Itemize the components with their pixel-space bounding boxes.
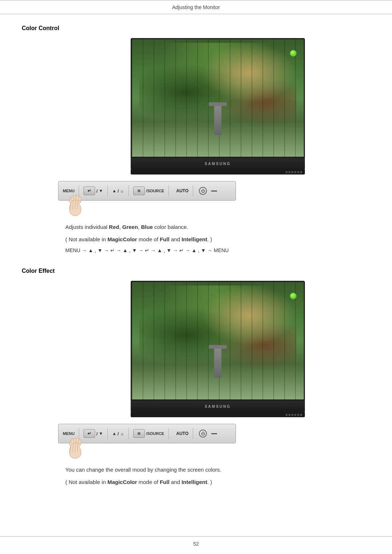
content-area: Color Control SAMSUNG (0, 25, 392, 523)
svg-point-4 (78, 197, 81, 201)
separator-9 (168, 428, 169, 439)
ctrl-dot (297, 171, 299, 173)
menu-path-1: MENU → ▲ , ▼ → ↵ → ▲ , ▼ → ↵ → ▲ , ▼ → ↵… (65, 247, 370, 253)
color-control-section: Color Control SAMSUNG (22, 25, 370, 253)
page-number: 52 (193, 541, 199, 547)
slash-4: / (118, 431, 119, 436)
up-arrow-1: ▲ (112, 188, 117, 193)
down-arrow-2: ▼ (99, 431, 103, 436)
color-effect-desc: You can change the overall mood by chang… (65, 465, 370, 487)
separator-3 (128, 185, 129, 196)
ctrl-dot (294, 171, 296, 173)
color-control-desc: Adjusts individual Red, Green, Blue colo… (65, 222, 370, 253)
color-control-desc-1: Adjusts individual Red, Green, Blue colo… (65, 222, 370, 232)
source-button-1: ⊟ /SOURCE (133, 186, 164, 195)
monitor-controls-1 (131, 169, 305, 175)
color-control-desc-2: ( Not available in MagicColor mode of Fu… (65, 235, 370, 244)
scene-background-1 (132, 39, 304, 157)
menu-label-2: MENU (63, 431, 74, 436)
separator-7 (107, 428, 108, 439)
ctrl-dot (294, 414, 296, 416)
source-label-1: /SOURCE (146, 189, 164, 193)
button-bar-container-2: MENU ↵ / ▼ ▲ / ☼ ⊟ /SOURCE (58, 424, 240, 443)
up-brightness-button-1: ▲ / ☼ (112, 188, 124, 194)
ctrl-dot (286, 171, 287, 173)
ctrl-dot (297, 414, 299, 416)
ctrl-dot (291, 171, 293, 173)
color-control-title: Color Control (22, 25, 370, 32)
return-down-button-1: ↵ / ▼ (83, 186, 103, 195)
sun-icon-1: ☼ (120, 188, 124, 194)
menu-button-2: MENU (63, 431, 74, 436)
ctrl-dot (291, 414, 293, 416)
separator-4 (168, 185, 169, 196)
menu-label-1: MENU (63, 189, 74, 193)
slash-3: / (96, 431, 98, 436)
ctrl-dot (300, 414, 302, 416)
monitor-base-1: SAMSUNG (131, 158, 305, 169)
source-box-1: ⊟ (133, 186, 145, 195)
minus-button-2[interactable] (211, 433, 217, 434)
monitor-screen-1 (131, 38, 305, 158)
button-bar-container-1: MENU ↵ / ▼ ▲ / ☼ ⊟ /SOURCE (58, 181, 240, 201)
color-effect-desc-2: ( Not available in MagicColor mode of Fu… (65, 477, 370, 487)
ctrl-dot (286, 414, 287, 416)
monitor-image-1: SAMSUNG (65, 38, 370, 175)
up-brightness-button-2: ▲ / ☼ (112, 431, 124, 436)
return-down-button-2: ↵ / ▼ (83, 429, 103, 438)
pagoda-1 (214, 106, 221, 135)
ctrl-dot (300, 171, 302, 173)
monitor-controls-2 (131, 412, 305, 417)
source-button-2: ⊟ /SOURCE (133, 429, 164, 438)
monitor-screen-2 (131, 281, 305, 401)
auto-label-1: AUTO (176, 188, 188, 193)
slash-1: / (96, 188, 98, 194)
power-button-1[interactable]: ⏻ (199, 187, 207, 195)
sun-icon-2: ☼ (120, 431, 124, 436)
color-effect-desc-1: You can change the overall mood by chang… (65, 465, 370, 475)
ctrl-dot (289, 414, 290, 416)
scene-trees-1 (132, 39, 304, 157)
auto-label-2: AUTO (176, 431, 188, 436)
separator-8 (128, 428, 129, 439)
ctrl-dot (289, 171, 290, 173)
scene-background-2 (132, 282, 304, 399)
menu-button-1: MENU (63, 189, 74, 193)
source-label-2: /SOURCE (146, 431, 164, 436)
return-box-2: ↵ (83, 429, 95, 438)
green-ball-1 (290, 50, 297, 57)
source-box-2: ⊟ (133, 429, 145, 438)
color-effect-section: Color Effect SAMSUNG (22, 268, 370, 487)
hand-icon-2 (65, 436, 85, 458)
green-ball-2 (290, 293, 297, 299)
hand-icon-1 (65, 193, 85, 215)
samsung-logo-2: SAMSUNG (205, 405, 231, 409)
samsung-logo-1: SAMSUNG (205, 162, 231, 166)
page-footer: 52 (0, 536, 392, 547)
minus-button-1[interactable] (211, 190, 217, 192)
page-header: Adjusting the Monitor (0, 0, 392, 14)
return-box-1: ↵ (83, 186, 95, 195)
pagoda-2 (214, 349, 221, 378)
down-arrow-1: ▼ (99, 188, 103, 193)
separator-5 (193, 185, 193, 196)
up-arrow-2: ▲ (112, 431, 117, 436)
monitor-image-2: SAMSUNG (65, 281, 370, 417)
power-button-2[interactable]: ⏻ (199, 430, 207, 438)
monitor-base-2: SAMSUNG (131, 401, 305, 412)
header-title: Adjusting the Monitor (172, 4, 220, 10)
scene-trees-2 (132, 282, 304, 399)
slash-2: / (118, 188, 119, 194)
svg-point-9 (78, 440, 81, 444)
separator-2 (107, 185, 108, 196)
color-effect-title: Color Effect (22, 268, 370, 274)
separator-10 (193, 428, 193, 439)
